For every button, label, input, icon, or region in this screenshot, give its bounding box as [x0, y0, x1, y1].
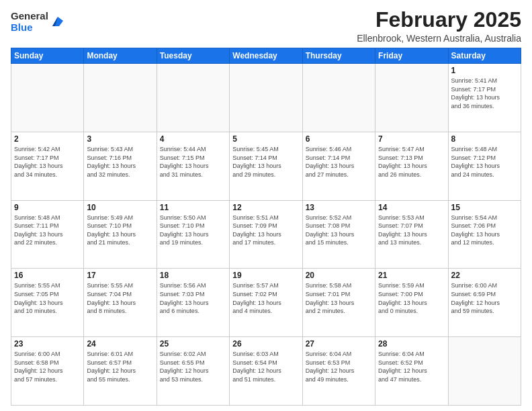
day-info: Sunrise: 5:42 AM Sunset: 7:17 PM Dayligh…: [14, 145, 81, 179]
day-info: Sunrise: 5:56 AM Sunset: 7:03 PM Dayligh…: [160, 281, 226, 315]
table-row: [157, 64, 229, 132]
day-info: Sunrise: 6:00 AM Sunset: 6:58 PM Dayligh…: [14, 350, 81, 383]
table-row: 1Sunrise: 5:41 AM Sunset: 7:17 PM Daylig…: [448, 64, 521, 132]
day-number: 12: [232, 203, 299, 212]
table-row: 21Sunrise: 5:59 AM Sunset: 7:00 PM Dayli…: [375, 269, 448, 337]
table-row: 27Sunrise: 6:04 AM Sunset: 6:53 PM Dayli…: [302, 337, 375, 406]
table-row: [448, 337, 521, 406]
day-number: 4: [160, 134, 226, 144]
logo-text: General Blue: [11, 11, 48, 33]
col-monday: Monday: [84, 48, 157, 64]
day-number: 15: [451, 203, 518, 212]
day-number: 26: [232, 339, 299, 349]
day-number: 14: [378, 203, 445, 212]
logo: General Blue: [11, 11, 64, 33]
calendar-week-3: 16Sunrise: 5:55 AM Sunset: 7:05 PM Dayli…: [11, 269, 521, 337]
col-thursday: Thursday: [302, 48, 375, 64]
table-row: 13Sunrise: 5:52 AM Sunset: 7:08 PM Dayli…: [302, 200, 375, 269]
day-info: Sunrise: 5:55 AM Sunset: 7:04 PM Dayligh…: [87, 281, 153, 315]
day-number: 6: [306, 134, 372, 144]
day-number: 9: [14, 203, 81, 212]
day-number: 18: [160, 271, 226, 280]
day-number: 24: [87, 339, 153, 349]
day-info: Sunrise: 5:53 AM Sunset: 7:07 PM Dayligh…: [378, 214, 445, 247]
day-number: 11: [160, 203, 226, 212]
day-info: Sunrise: 5:50 AM Sunset: 7:10 PM Dayligh…: [160, 214, 226, 247]
col-wednesday: Wednesday: [230, 48, 302, 64]
table-row: 16Sunrise: 5:55 AM Sunset: 7:05 PM Dayli…: [11, 269, 84, 337]
day-number: 8: [451, 134, 518, 144]
table-row: 15Sunrise: 5:54 AM Sunset: 7:06 PM Dayli…: [448, 200, 521, 269]
day-number: 25: [160, 339, 226, 349]
day-info: Sunrise: 6:04 AM Sunset: 6:52 PM Dayligh…: [378, 350, 445, 383]
day-number: 27: [306, 339, 372, 349]
title-block: February 2025 Ellenbrook, Western Austra…: [357, 8, 521, 44]
col-sunday: Sunday: [11, 48, 84, 64]
col-saturday: Saturday: [448, 48, 521, 64]
day-info: Sunrise: 5:45 AM Sunset: 7:14 PM Dayligh…: [232, 145, 299, 179]
day-info: Sunrise: 5:58 AM Sunset: 7:01 PM Dayligh…: [306, 281, 372, 315]
day-number: 20: [306, 271, 372, 280]
table-row: 9Sunrise: 5:48 AM Sunset: 7:11 PM Daylig…: [11, 200, 84, 269]
table-row: [375, 64, 448, 132]
day-info: Sunrise: 5:52 AM Sunset: 7:08 PM Dayligh…: [306, 214, 372, 247]
day-number: 2: [14, 134, 81, 144]
day-number: 23: [14, 339, 81, 349]
table-row: 4Sunrise: 5:44 AM Sunset: 7:15 PM Daylig…: [157, 132, 229, 200]
day-number: 22: [451, 271, 518, 280]
table-row: 18Sunrise: 5:56 AM Sunset: 7:03 PM Dayli…: [157, 269, 229, 337]
calendar-header-row: Sunday Monday Tuesday Wednesday Thursday…: [11, 48, 521, 64]
table-row: 24Sunrise: 6:01 AM Sunset: 6:57 PM Dayli…: [84, 337, 157, 406]
day-number: 10: [87, 203, 153, 212]
table-row: 22Sunrise: 6:00 AM Sunset: 6:59 PM Dayli…: [448, 269, 521, 337]
table-row: 25Sunrise: 6:02 AM Sunset: 6:55 PM Dayli…: [157, 337, 229, 406]
day-info: Sunrise: 5:43 AM Sunset: 7:16 PM Dayligh…: [87, 145, 153, 179]
day-number: 5: [232, 134, 299, 144]
table-row: 20Sunrise: 5:58 AM Sunset: 7:01 PM Dayli…: [302, 269, 375, 337]
table-row: 28Sunrise: 6:04 AM Sunset: 6:52 PM Dayli…: [375, 337, 448, 406]
table-row: 19Sunrise: 5:57 AM Sunset: 7:02 PM Dayli…: [230, 269, 302, 337]
table-row: 12Sunrise: 5:51 AM Sunset: 7:09 PM Dayli…: [230, 200, 302, 269]
day-info: Sunrise: 5:48 AM Sunset: 7:11 PM Dayligh…: [14, 214, 81, 247]
day-number: 19: [232, 271, 299, 280]
table-row: 3Sunrise: 5:43 AM Sunset: 7:16 PM Daylig…: [84, 132, 157, 200]
day-number: 28: [378, 339, 445, 349]
table-row: 10Sunrise: 5:49 AM Sunset: 7:10 PM Dayli…: [84, 200, 157, 269]
day-info: Sunrise: 5:57 AM Sunset: 7:02 PM Dayligh…: [232, 281, 299, 315]
day-info: Sunrise: 5:46 AM Sunset: 7:14 PM Dayligh…: [306, 145, 372, 179]
table-row: [11, 64, 84, 132]
calendar-week-2: 9Sunrise: 5:48 AM Sunset: 7:11 PM Daylig…: [11, 200, 521, 269]
day-info: Sunrise: 5:48 AM Sunset: 7:12 PM Dayligh…: [451, 145, 518, 179]
logo-blue: Blue: [11, 22, 48, 34]
calendar-week-0: 1Sunrise: 5:41 AM Sunset: 7:17 PM Daylig…: [11, 64, 521, 132]
table-row: 11Sunrise: 5:50 AM Sunset: 7:10 PM Dayli…: [157, 200, 229, 269]
table-row: 23Sunrise: 6:00 AM Sunset: 6:58 PM Dayli…: [11, 337, 84, 406]
day-info: Sunrise: 5:44 AM Sunset: 7:15 PM Dayligh…: [160, 145, 226, 179]
calendar-week-1: 2Sunrise: 5:42 AM Sunset: 7:17 PM Daylig…: [11, 132, 521, 200]
day-number: 17: [87, 271, 153, 280]
col-tuesday: Tuesday: [157, 48, 229, 64]
table-row: 8Sunrise: 5:48 AM Sunset: 7:12 PM Daylig…: [448, 132, 521, 200]
table-row: 7Sunrise: 5:47 AM Sunset: 7:13 PM Daylig…: [375, 132, 448, 200]
day-info: Sunrise: 6:02 AM Sunset: 6:55 PM Dayligh…: [160, 350, 226, 383]
day-number: 7: [378, 134, 445, 144]
day-number: 16: [14, 271, 81, 280]
subtitle: Ellenbrook, Western Australia, Australia: [357, 33, 521, 44]
table-row: [230, 64, 302, 132]
table-row: 17Sunrise: 5:55 AM Sunset: 7:04 PM Dayli…: [84, 269, 157, 337]
day-info: Sunrise: 5:49 AM Sunset: 7:10 PM Dayligh…: [87, 214, 153, 247]
day-info: Sunrise: 6:01 AM Sunset: 6:57 PM Dayligh…: [87, 350, 153, 383]
day-info: Sunrise: 6:03 AM Sunset: 6:54 PM Dayligh…: [232, 350, 299, 383]
table-row: [84, 64, 157, 132]
page: General Blue February 2025 Ellenbrook, W…: [0, 0, 532, 411]
col-friday: Friday: [375, 48, 448, 64]
day-info: Sunrise: 6:04 AM Sunset: 6:53 PM Dayligh…: [306, 350, 372, 383]
table-row: 2Sunrise: 5:42 AM Sunset: 7:17 PM Daylig…: [11, 132, 84, 200]
calendar-table: Sunday Monday Tuesday Wednesday Thursday…: [11, 48, 521, 406]
day-info: Sunrise: 5:47 AM Sunset: 7:13 PM Dayligh…: [378, 145, 445, 179]
day-number: 1: [451, 66, 518, 75]
day-number: 21: [378, 271, 445, 280]
calendar-week-4: 23Sunrise: 6:00 AM Sunset: 6:58 PM Dayli…: [11, 337, 521, 406]
main-title: February 2025: [357, 8, 521, 32]
table-row: [302, 64, 375, 132]
